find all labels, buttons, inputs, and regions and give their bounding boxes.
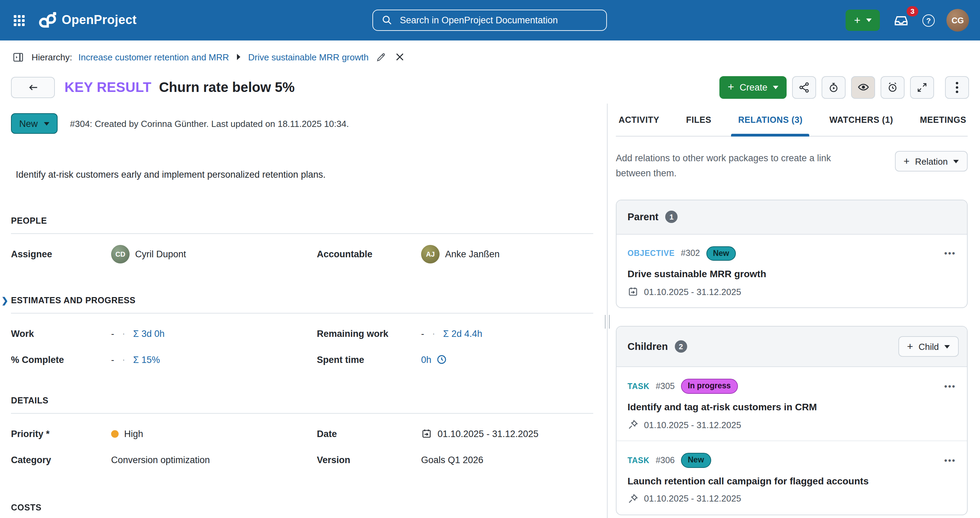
relation-subject[interactable]: Identify and tag at-risk customers in CR… <box>627 402 956 412</box>
date-text: 01.10.2025 - 31.12.2025 <box>438 429 538 439</box>
chevron-down-icon <box>773 85 778 89</box>
global-create-button[interactable]: + <box>846 10 880 31</box>
status-badge: New <box>706 246 736 261</box>
remaining-work-value[interactable]: - · Σ 2d 4.4h <box>421 320 593 346</box>
relation-more-button[interactable]: ••• <box>944 456 956 465</box>
date-label: Date <box>317 421 421 447</box>
work-package-subject[interactable]: Churn rate below 5% <box>159 79 295 95</box>
relation-more-button[interactable]: ••• <box>944 381 956 391</box>
accountable-value[interactable]: AJ Anke Janßen <box>421 241 593 267</box>
breadcrumb-link-grandparent[interactable]: Increase customer retention and MRR <box>78 52 229 62</box>
global-search-input[interactable]: Search in OpenProject Documentation <box>372 10 607 31</box>
fullscreen-button[interactable] <box>910 76 934 99</box>
search-icon <box>381 14 393 26</box>
relation-date-text: 01.10.2025 - 31.12.2025 <box>644 494 741 504</box>
percent-complete-total-link[interactable]: Σ 15% <box>133 354 160 365</box>
arrow-left-icon <box>27 81 39 93</box>
remaining-work-label: Remaining work <box>317 320 421 346</box>
section-details: DETAILS Priority * High Date 01.10.2025 … <box>11 396 593 473</box>
plus-icon: + <box>728 82 734 92</box>
relation-subject[interactable]: Drive sustainable MRR growth <box>627 269 956 280</box>
relation-item-child[interactable]: TASK #306 New ••• Launch retention call … <box>617 440 967 515</box>
pin-icon <box>627 493 638 504</box>
split-view-toggle-button[interactable] <box>11 50 25 64</box>
create-button[interactable]: + Create <box>719 76 787 99</box>
track-time-button[interactable] <box>822 76 846 99</box>
children-relations-card: Children 2 + Child TASK #305 In progress… <box>616 326 968 515</box>
status-badge: New <box>681 453 711 468</box>
add-child-label: Child <box>919 342 939 352</box>
relation-more-button[interactable]: ••• <box>944 249 956 258</box>
priority-value[interactable]: High <box>111 421 317 447</box>
breadcrumb-link-parent[interactable]: Drive sustainable MRR growth <box>248 52 369 62</box>
work-package-id[interactable]: #302 <box>681 249 700 258</box>
logo-text: OpenProject <box>62 13 137 27</box>
priority-label: Priority * <box>11 421 111 447</box>
more-actions-button[interactable] <box>945 76 969 99</box>
children-count-badge: 2 <box>675 341 687 353</box>
add-relation-button[interactable]: + Relation <box>895 151 968 172</box>
section-costs: COSTS <box>11 503 593 518</box>
pin-icon <box>627 419 638 430</box>
spent-time-value[interactable]: 0h <box>421 346 593 373</box>
tab-watchers[interactable]: WATCHERS (1) <box>829 115 893 136</box>
help-button[interactable]: ? <box>923 14 935 26</box>
content-area: New #304: Created by Corinna Günther. La… <box>0 104 980 518</box>
work-package-id[interactable]: #306 <box>655 456 675 465</box>
avatar: CG <box>947 9 969 32</box>
edit-hierarchy-button[interactable] <box>375 50 388 64</box>
collapse-chevron-icon[interactable]: ❯ <box>2 296 8 305</box>
relation-item-parent[interactable]: OBJECTIVE #302 New ••• Drive sustainable… <box>617 234 967 308</box>
relation-date-text: 01.10.2025 - 31.12.2025 <box>644 419 741 430</box>
tab-relations[interactable]: RELATIONS (3) <box>738 115 803 136</box>
reminder-button[interactable] <box>881 76 905 99</box>
parent-group-title: Parent <box>627 211 659 222</box>
section-estimates: ❯ ESTIMATES AND PROGRESS Work - · Σ 3d 0… <box>11 296 593 373</box>
work-value[interactable]: - · Σ 3d 0h <box>111 320 317 346</box>
watch-button[interactable] <box>851 76 875 99</box>
assignee-name[interactable]: Cyril Dupont <box>135 249 186 259</box>
remaining-work-total-link[interactable]: Σ 2d 4.4h <box>443 328 482 339</box>
assignee-value[interactable]: CD Cyril Dupont <box>111 241 317 267</box>
create-button-label: Create <box>740 82 767 92</box>
chevron-down-icon <box>44 122 49 125</box>
description[interactable]: Identify at-risk customers early and imp… <box>11 169 593 180</box>
openproject-logo[interactable]: OpenProject <box>38 12 137 29</box>
accountable-name[interactable]: Anke Janßen <box>445 249 500 259</box>
share-button[interactable] <box>792 76 816 99</box>
status-row: New #304: Created by Corinna Günther. La… <box>11 113 593 134</box>
relation-item-child[interactable]: TASK #305 In progress ••• Identify and t… <box>617 367 967 441</box>
work-package-type-label[interactable]: KEY RESULT <box>64 79 151 95</box>
date-value[interactable]: 01.10.2025 - 31.12.2025 <box>421 421 593 447</box>
panel-divider <box>607 104 608 518</box>
status-badge: In progress <box>681 379 738 394</box>
panel-resize-handle[interactable] <box>605 315 610 328</box>
notifications-button[interactable]: 3 <box>891 11 911 30</box>
back-button[interactable] <box>11 77 55 98</box>
relation-date-row: 01.10.2025 - 31.12.2025 <box>627 287 956 297</box>
status-dropdown[interactable]: New <box>11 113 57 134</box>
close-hierarchy-button[interactable] <box>394 51 406 63</box>
work-package-id[interactable]: #305 <box>655 381 675 391</box>
work-total-link[interactable]: Σ 3d 0h <box>133 328 165 339</box>
type-label-task: TASK <box>627 456 649 464</box>
spent-time-link[interactable]: 0h <box>421 354 447 365</box>
tab-files[interactable]: FILES <box>686 115 711 136</box>
relation-meta-row: TASK #305 In progress ••• <box>627 379 956 394</box>
relation-subject[interactable]: Launch retention call campaign for flagg… <box>627 475 956 486</box>
work-label: Work <box>11 320 111 346</box>
help-icon: ? <box>923 14 935 26</box>
user-avatar[interactable]: CG <box>947 9 969 32</box>
children-card-header: Children 2 + Child <box>617 327 967 367</box>
version-value[interactable]: Goals Q1 2026 <box>421 447 593 473</box>
relations-intro-text: Add relations to other work packages to … <box>616 151 864 182</box>
category-value[interactable]: Conversion optimization <box>111 447 317 473</box>
add-child-button[interactable]: + Child <box>898 336 959 357</box>
split-view-icon <box>12 51 24 63</box>
tab-activity[interactable]: ACTIVITY <box>619 115 659 136</box>
work-package-details-pane: New #304: Created by Corinna Günther. La… <box>0 104 607 518</box>
app-modules-button[interactable] <box>11 12 27 29</box>
chevron-down-icon <box>866 19 871 22</box>
percent-complete-value[interactable]: - · Σ 15% <box>111 346 317 373</box>
tab-meetings[interactable]: MEETINGS <box>920 115 966 136</box>
